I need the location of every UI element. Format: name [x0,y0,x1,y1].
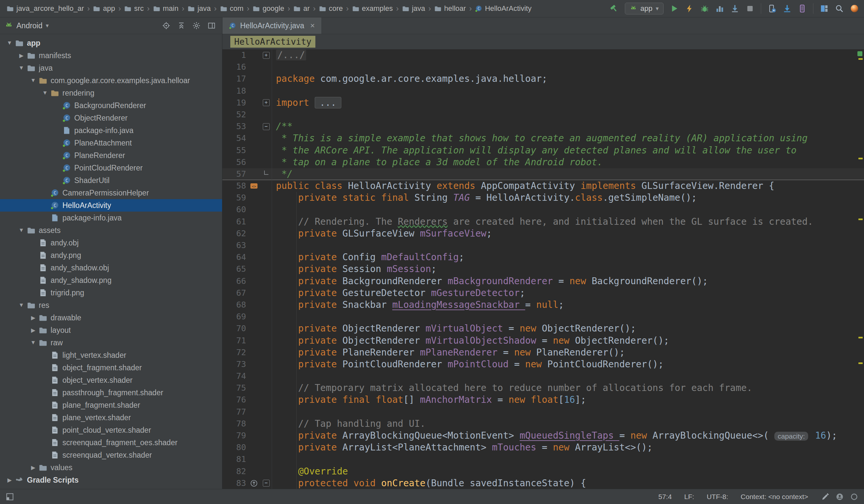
tool-windows-icon[interactable] [6,493,14,501]
tree-item-layout[interactable]: ▶layout [0,324,222,336]
warning-stripe-mark[interactable] [859,58,863,60]
chevron-expanded-icon[interactable]: ▼ [28,339,38,346]
breadcrumb-item-app[interactable]: app [92,4,116,13]
chevron-expanded-icon[interactable]: ▼ [16,227,26,233]
chevron-collapsed-icon[interactable]: ▶ [4,477,14,484]
device-file-explorer-button[interactable] [798,4,806,13]
write-access-button[interactable] [821,493,829,501]
tree-item-objectrenderer[interactable]: CObjectRenderer [0,112,222,124]
tree-item-object-vertex-shader[interactable]: object_vertex.shader [0,374,222,386]
androidchip-gutter-icon[interactable]: <> [248,180,261,192]
breadcrumb-item-java[interactable]: java [186,4,212,13]
chevron-collapsed-icon[interactable]: ▶ [28,464,38,471]
debug-button[interactable] [700,4,709,13]
override-gutter-icon[interactable] [248,477,261,489]
tree-item-plane-vertex-shader[interactable]: plane_vertex.shader [0,411,222,424]
breadcrumb-item-ar[interactable]: ar [292,4,311,13]
tree-item-package-info-java[interactable]: package-info.java [0,124,222,137]
fold-marker[interactable]: − [261,477,272,489]
run-button[interactable] [670,4,679,13]
warning-stripe-mark[interactable] [859,362,863,364]
chevron-expanded-icon[interactable]: ▼ [4,40,14,46]
fold-marker[interactable]: + [261,97,272,109]
tree-item-drawable[interactable]: ▶drawable [0,311,222,324]
tree-item-planeattachment[interactable]: CPlaneAttachment [0,137,222,149]
inspections-profile-button[interactable] [836,493,844,501]
editor-tab[interactable]: C HelloArActivity.java × [223,17,321,34]
tree-item-values[interactable]: ▶values [0,461,222,474]
error-stripe[interactable] [856,49,864,489]
stop-button[interactable] [746,4,754,13]
tree-item-passthrough-fragment-shader[interactable]: passthrough_fragment.shader [0,386,222,399]
tree-item-andy-shadow-obj[interactable]: andy_shadow.obj [0,262,222,274]
fold-marker[interactable]: − [261,121,272,132]
tree-item-backgroundrenderer[interactable]: CBackgroundRenderer [0,99,222,112]
file-encoding[interactable]: UTF-8: [707,493,728,501]
breadcrumb-item-main[interactable]: main [152,4,180,13]
tree-item-manifests[interactable]: ▶manifests [0,49,222,62]
tree-item-shaderutil[interactable]: CShaderUtil [0,174,222,187]
inspection-status-indicator[interactable] [857,51,862,56]
tree-item-rendering[interactable]: ▼rendering [0,87,222,99]
tree-item-app[interactable]: ▼app [0,37,222,49]
build-button[interactable] [610,4,618,13]
tree-item-andy-shadow-png[interactable]: andy_shadow.png [0,274,222,287]
breadcrumb-item-src[interactable]: src [123,4,145,13]
tree-item-trigrid-png[interactable]: trigrid.png [0,287,222,299]
collapse-all-button[interactable] [177,22,185,29]
chevron-expanded-icon[interactable]: ▼ [40,90,50,96]
code-editor[interactable]: 1+/.../1617package com.google.ar.core.ex… [223,49,864,489]
tree-item-screenquad-vertex-shader[interactable]: screenquad_vertex.shader [0,449,222,461]
sdk-manager-button[interactable] [783,4,791,13]
project-view-selector[interactable]: Android [16,21,43,30]
tree-item-screenquad-fragment-oes-shader[interactable]: screenquad_fragment_oes.shader [0,436,222,449]
tree-item-java[interactable]: ▼java [0,62,222,74]
context-indicator[interactable]: Context: <no context> [741,493,808,501]
caret-position[interactable]: 57:4 [658,493,672,501]
breadcrumb-item-com[interactable]: com [219,4,245,13]
tree-item-plane-fragment-shader[interactable]: plane_fragment.shader [0,399,222,411]
breadcrumb-item-google[interactable]: google [251,4,286,13]
tree-item-raw[interactable]: ▼raw [0,336,222,349]
chevron-collapsed-icon[interactable]: ▶ [28,327,38,334]
breadcrumb-item-examples[interactable]: examples [351,4,394,13]
background-tasks-button[interactable] [850,493,858,501]
tree-item-andy-obj[interactable]: andy.obj [0,237,222,249]
line-separator[interactable]: LF: [684,493,694,501]
breadcrumb-item-core[interactable]: core [318,4,344,13]
tree-item-object-fragment-shader[interactable]: object_fragment.shader [0,361,222,374]
layout-inspector-button[interactable] [820,4,829,13]
close-icon[interactable]: × [310,21,315,30]
tree-item-package-info-java[interactable]: package-info.java [0,212,222,224]
chevron-expanded-icon[interactable]: ▼ [28,77,38,84]
fold-marker[interactable]: + [261,49,272,61]
breadcrumb-item-helloar[interactable]: helloar [433,4,467,13]
tree-item-light-vertex-shader[interactable]: light_vertex.shader [0,349,222,361]
warning-stripe-mark[interactable] [859,158,863,159]
tree-item-planerenderer[interactable]: CPlaneRenderer [0,149,222,161]
search-everywhere-button[interactable] [835,4,844,13]
breadcrumb-class-chip[interactable]: HelloArActivity [230,36,315,48]
chevron-expanded-icon[interactable]: ▼ [16,302,26,309]
tree-item-gradle-scripts[interactable]: ▶Gradle Scripts [0,474,222,486]
assistant-button[interactable] [850,4,859,13]
hide-panel-button[interactable] [208,22,216,29]
avd-manager-button[interactable] [768,4,776,13]
chevron-expanded-icon[interactable]: ▼ [16,65,26,71]
tree-item-helloaractivity[interactable]: CHelloArActivity [0,199,222,212]
run-configuration-selector[interactable]: app▾ [625,3,664,14]
fold-marker[interactable] [261,168,272,180]
breadcrumb-item-java[interactable]: java [401,4,427,13]
tree-item-andy-png[interactable]: andy.png [0,249,222,262]
tree-item-pointcloudrenderer[interactable]: CPointCloudRenderer [0,161,222,174]
warning-stripe-mark[interactable] [859,337,863,338]
tree-item-point-cloud-vertex-shader[interactable]: point_cloud_vertex.shader [0,424,222,436]
warning-stripe-mark[interactable] [859,218,863,220]
apply-changes-button[interactable] [685,4,694,13]
chevron-collapsed-icon[interactable]: ▶ [28,314,38,321]
profile-button[interactable] [716,4,724,13]
tree-item-res[interactable]: ▼res [0,299,222,311]
tree-item-com-google-ar-core-examples-java-helloar[interactable]: ▼com.google.ar.core.examples.java.helloa… [0,74,222,87]
tree-item-camerapermissionhelper[interactable]: CCameraPermissionHelper [0,187,222,199]
breadcrumb-item-helloaractivity[interactable]: CHelloArActivity [474,4,533,13]
